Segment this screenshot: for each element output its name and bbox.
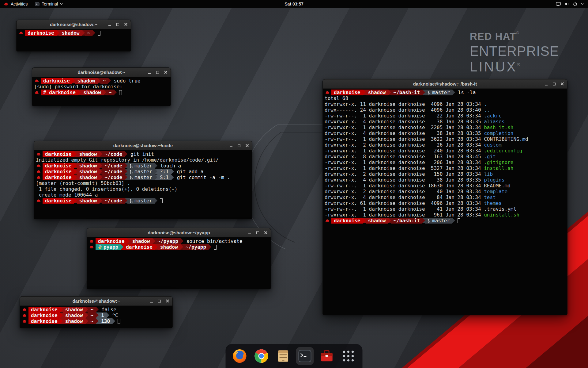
window-titlebar[interactable]: darknoise@shadow:~/code [34, 141, 252, 150]
terminal-content[interactable]: darknoiseshadow~ sudo true[sudo] passwor… [32, 77, 171, 106]
prompt-segment-git: master [127, 198, 155, 204]
dock-item-app-grid[interactable] [340, 347, 357, 365]
chevron-down-icon [60, 3, 63, 5]
app-menu-label: Terminal [42, 2, 58, 6]
terminal-text: -rwxrwxr-x. 1 darknoise darknoise 240 Ja… [325, 148, 484, 154]
clock[interactable]: Sat 03:57 [285, 2, 303, 6]
powerline-separator-icon [96, 318, 99, 324]
close-button[interactable] [123, 22, 128, 27]
terminal-content[interactable]: darknoiseshadow~ [17, 29, 131, 51]
prompt-segment-git: master [425, 218, 452, 224]
powerline-separator-icon [209, 244, 211, 250]
branch-icon [428, 90, 431, 95]
dock-item-files[interactable] [274, 347, 292, 365]
window-titlebar[interactable]: darknoise@shadow:~/bash-it [323, 79, 567, 89]
minimize-button[interactable] [229, 143, 233, 148]
powerline-separator-icon [155, 244, 158, 250]
powerline-separator-icon [85, 307, 88, 312]
dock-item-toolbox[interactable] [318, 347, 336, 365]
prompt-segment-host: shadow [63, 307, 85, 312]
maximize-button[interactable] [255, 230, 260, 235]
prompt-segment-path: ~/code [102, 198, 125, 204]
prompt-segment-path: ~/code [102, 174, 125, 180]
window-titlebar[interactable]: darknoise@shadow:~ [32, 68, 171, 77]
dock-item-chrome[interactable] [253, 347, 270, 365]
redhat-icon [4, 2, 9, 6]
minimize-button[interactable] [147, 70, 152, 75]
maximize-button[interactable] [155, 70, 160, 75]
prompt-segment-host: shadow [77, 174, 100, 180]
minimize-button[interactable] [247, 230, 252, 235]
terminal-line: darknoiseshadow~/codemasterS:1 git commi… [36, 174, 250, 180]
files-icon [276, 349, 290, 363]
prompt-segment-path: ~/code [102, 151, 125, 157]
terminal-line: drwxrwxr-x. 4 darknoise darknoise 38 Jan… [325, 177, 565, 183]
prompt-segment-user: darknoise [43, 151, 74, 157]
terminal-content[interactable]: darknoiseshadow~ falsedarknoiseshadow~1 … [20, 306, 172, 328]
terminal-window: darknoise@shadow:~/code darknoiseshadow~… [34, 141, 252, 219]
prompt-segment-path: ~/code [102, 169, 125, 174]
terminal-line: # darknoiseshadow~ [34, 90, 169, 95]
terminal-text: drwxrwxr-x. 2 darknoise darknoise 40 Jan… [325, 189, 484, 194]
close-button[interactable] [165, 299, 170, 303]
minimize-button[interactable] [544, 82, 548, 86]
window-titlebar[interactable]: darknoise@shadow:~/pyapp [87, 228, 271, 237]
terminal-text: -rw-rw-r--. 1 darknoise darknoise 22 Jan… [325, 113, 484, 119]
python-icon [98, 245, 102, 249]
hat-icon [18, 30, 25, 36]
maximize-button[interactable] [552, 82, 556, 86]
terminal-text: drwxrwxr-x. 61 darknoise darknoise 4096 … [325, 200, 484, 206]
system-status-area[interactable] [553, 0, 587, 8]
terminal-line: darknoiseshadow~ [18, 30, 129, 36]
terminal-text: [master (root-commit) 50bcb63] . [36, 180, 130, 186]
window-title: darknoise@shadow:~/code [113, 143, 173, 148]
prompt-segment-path: ~ [88, 318, 96, 324]
terminal-text: -rwxrwxr-x. 1 darknoise darknoise 5327 J… [325, 165, 484, 171]
terminal-line: darknoiseshadow~130 [22, 318, 171, 324]
powerline-separator-icon [155, 198, 157, 203]
window-titlebar[interactable]: darknoise@shadow:~ [20, 297, 172, 306]
powerline-separator-icon [108, 78, 111, 83]
activities-button[interactable]: Activities [0, 0, 31, 8]
terminal-content[interactable]: darknoiseshadow~/bash-itmaster ls -latot… [323, 89, 567, 315]
minimize-button[interactable] [107, 22, 112, 27]
close-button[interactable] [560, 82, 564, 86]
powerline-separator-icon [85, 318, 88, 324]
terminal-text: drwxrwxr-x. 4 darknoise darknoise 38 Jan… [325, 119, 484, 125]
terminal-line: drwxrwxr-x. 4 darknoise darknoise 38 Jan… [325, 130, 565, 136]
terminal-line: -rwxrwxr-x. 1 darknoise darknoise 5327 J… [325, 165, 565, 171]
terminal-line: -rw-rw-r--. 1 darknoise darknoise 22 Jan… [325, 113, 565, 119]
window-title: darknoise@shadow:~ [77, 70, 125, 75]
terminal-cursor [98, 31, 100, 36]
terminal-line: darknoiseshadow~ false [22, 307, 171, 312]
terminal-text: total 68 [325, 95, 348, 101]
prompt-segment-host: shadow [59, 30, 82, 36]
terminal-content[interactable]: darknoiseshadow~/pyapp source bin/activa… [87, 237, 271, 289]
dock-item-firefox[interactable] [231, 347, 249, 365]
close-button[interactable] [245, 143, 249, 148]
close-button[interactable] [263, 230, 268, 235]
terminal-text: drwx------. 24 darknoise darknoise 4096 … [325, 107, 484, 113]
brand-line-redhat: RED HAT® [470, 31, 559, 42]
hat-icon [36, 174, 43, 180]
powerline-separator-icon [171, 169, 174, 174]
window-titlebar[interactable]: darknoise@shadow:~ [17, 20, 131, 29]
prompt-segment-user: darknoise [28, 312, 60, 318]
prompt-segment-host: shadow [81, 90, 104, 95]
dock-item-terminal[interactable] [296, 347, 314, 365]
brand-line-enterprise: ENTERPRISE [470, 44, 559, 59]
prompt-segment-user: darknoise [43, 169, 74, 174]
maximize-button[interactable] [237, 143, 241, 148]
terminal-text: drwxrwxr-x. 2 darknoise darknoise 26 Jan… [325, 142, 484, 148]
terminal-icon [298, 349, 312, 363]
minimize-button[interactable] [149, 299, 154, 303]
maximize-button[interactable] [115, 22, 120, 27]
close-button[interactable] [163, 70, 168, 75]
window-title: darknoise@shadow:~ [72, 298, 120, 304]
powerline-separator-icon [155, 169, 157, 174]
terminal-window: darknoise@shadow:~/bash-it darknoiseshad… [322, 79, 567, 315]
terminal-content[interactable]: darknoiseshadow~/code git initInitialize… [34, 150, 252, 219]
maximize-button[interactable] [157, 299, 162, 303]
app-menu-terminal[interactable]: Terminal [31, 0, 66, 8]
terminal-line: 1 file changed, 0 insertions(+), 0 delet… [36, 186, 250, 192]
